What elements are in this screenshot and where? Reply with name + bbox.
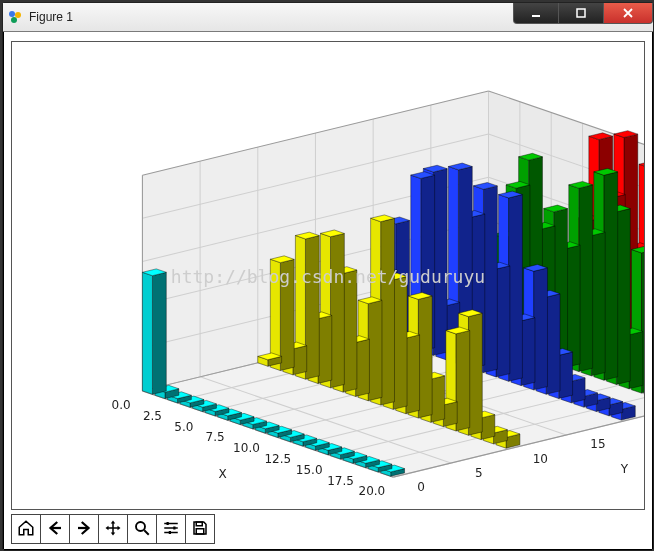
svg-text:12.5: 12.5 bbox=[264, 452, 291, 466]
svg-text:7.5: 7.5 bbox=[206, 430, 225, 444]
svg-rect-86 bbox=[167, 522, 169, 525]
svg-rect-88 bbox=[169, 531, 171, 534]
window-controls bbox=[514, 3, 653, 23]
svg-point-0 bbox=[9, 11, 15, 17]
window-title: Figure 1 bbox=[29, 10, 514, 24]
forward-button[interactable] bbox=[69, 514, 99, 544]
home-button[interactable] bbox=[11, 514, 41, 544]
svg-text:X: X bbox=[219, 467, 227, 481]
svg-point-81 bbox=[136, 522, 145, 531]
zoom-icon bbox=[133, 519, 151, 540]
plot-area[interactable]: http://blog.csdn.net/guduruyu 0.02.55.07… bbox=[12, 42, 644, 509]
back-button[interactable] bbox=[40, 514, 70, 544]
svg-rect-90 bbox=[196, 528, 204, 533]
svg-rect-89 bbox=[196, 522, 202, 526]
svg-text:0.0: 0.0 bbox=[112, 398, 131, 412]
minimize-button[interactable] bbox=[513, 3, 559, 24]
svg-text:10.0: 10.0 bbox=[233, 441, 260, 455]
svg-text:Y: Y bbox=[620, 462, 629, 476]
save-icon bbox=[191, 519, 209, 540]
svg-point-2 bbox=[11, 17, 17, 23]
svg-line-82 bbox=[144, 530, 149, 535]
close-button[interactable] bbox=[603, 3, 653, 24]
svg-text:0: 0 bbox=[417, 480, 425, 494]
svg-rect-4 bbox=[577, 9, 585, 17]
move-icon bbox=[104, 519, 122, 540]
configure-button[interactable] bbox=[156, 514, 186, 544]
svg-text:15: 15 bbox=[590, 437, 605, 451]
navigation-toolbar bbox=[11, 514, 215, 544]
pan-button[interactable] bbox=[98, 514, 128, 544]
chart-3d-bars: 0.02.55.07.510.012.515.017.520.005101520… bbox=[12, 42, 644, 509]
titlebar[interactable]: Figure 1 bbox=[3, 3, 653, 32]
svg-text:2.5: 2.5 bbox=[143, 409, 162, 423]
arrow-left-icon bbox=[46, 519, 64, 540]
svg-rect-3 bbox=[532, 15, 540, 17]
svg-text:5.0: 5.0 bbox=[174, 420, 193, 434]
zoom-button[interactable] bbox=[127, 514, 157, 544]
svg-rect-87 bbox=[173, 526, 175, 529]
app-icon bbox=[7, 9, 23, 25]
svg-text:5: 5 bbox=[475, 466, 483, 480]
svg-text:10: 10 bbox=[533, 452, 548, 466]
maximize-button[interactable] bbox=[558, 3, 604, 24]
window-frame: Figure 1 http://blog.csdn.net/guduruyu 0… bbox=[2, 2, 654, 551]
svg-text:20.0: 20.0 bbox=[359, 484, 386, 498]
plot-frame: http://blog.csdn.net/guduruyu 0.02.55.07… bbox=[11, 41, 645, 510]
sliders-icon bbox=[162, 519, 180, 540]
arrow-right-icon bbox=[75, 519, 93, 540]
save-button[interactable] bbox=[185, 514, 215, 544]
svg-text:15.0: 15.0 bbox=[296, 463, 323, 477]
home-icon bbox=[17, 519, 35, 540]
svg-text:17.5: 17.5 bbox=[327, 474, 354, 488]
svg-point-1 bbox=[15, 12, 21, 18]
